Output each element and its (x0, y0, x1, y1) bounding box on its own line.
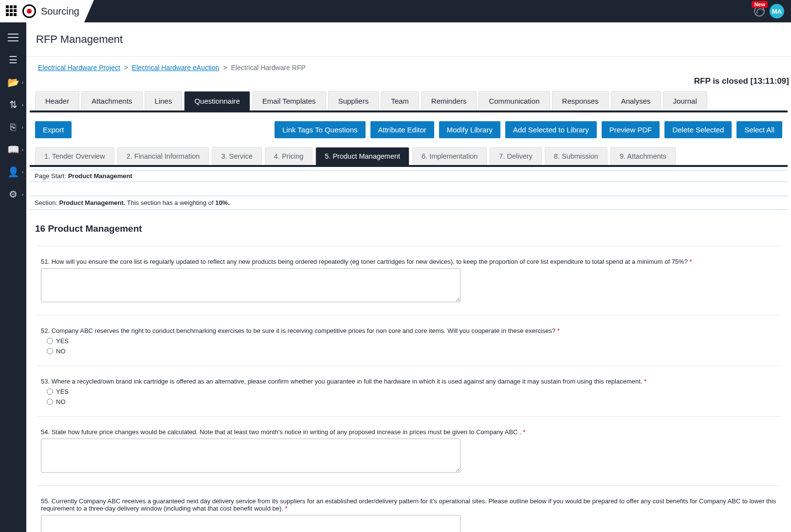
radio-input[interactable] (47, 388, 53, 395)
link-tags-button[interactable]: Link Tags To Questions (275, 121, 366, 138)
subtab-3-service[interactable]: 3. Service (212, 147, 261, 165)
subtab-2-financial-information[interactable]: 2. Financial Information (117, 147, 209, 165)
folder-icon[interactable]: 📂› (0, 71, 26, 93)
question-text: 52. Company ABC reserves the right to co… (41, 327, 776, 334)
question-text: 53. Where a recycled/own brand ink cartr… (41, 378, 776, 385)
brand-logo-icon (22, 4, 36, 18)
hamburger-icon[interactable] (0, 26, 26, 49)
required-mark: * (523, 428, 525, 436)
tab-analyses[interactable]: Analyses (611, 91, 661, 110)
radio-input[interactable] (47, 338, 53, 344)
subtab-8-submission[interactable]: 8. Submission (545, 147, 607, 165)
new-badge: New (752, 1, 768, 8)
page-title: RFP Management (26, 22, 791, 57)
avatar[interactable]: MA (770, 4, 784, 18)
action-bar: Export Link Tags To Questions Attribute … (26, 112, 791, 147)
breadcrumb-current: Electrical Hardware RFP (231, 64, 306, 72)
page-start-bar: Page Start: Product Management (30, 170, 788, 182)
questions-container: 51. How will you ensure the core list is… (26, 246, 791, 532)
tab-journal[interactable]: Journal (663, 91, 707, 110)
breadcrumb-link-eauction[interactable]: Electrical Hardware eAuction (132, 64, 220, 72)
radio-option-no[interactable]: NO (47, 398, 776, 405)
radio-option-yes[interactable]: YES (47, 337, 776, 345)
answer-textarea[interactable] (41, 515, 460, 532)
app-name: Sourcing (41, 6, 79, 17)
tab-responses[interactable]: Responses (552, 91, 609, 110)
question-51: 51. How will you ensure the core list is… (37, 246, 780, 310)
book-icon[interactable]: 📖› (0, 138, 26, 161)
attribute-editor-button[interactable]: Attribute Editor (370, 121, 434, 138)
select-all-button[interactable]: Select All (736, 121, 782, 138)
radio-input[interactable] (47, 399, 53, 405)
sub-tabs: 1. Tender Overview2. Financial Informati… (26, 147, 791, 165)
export-square-icon[interactable]: ⎘› (0, 116, 26, 138)
question-53: 53. Where a recycled/own brand ink cartr… (37, 366, 780, 411)
tab-reminders[interactable]: Reminders (421, 91, 477, 110)
tab-team[interactable]: Team (381, 91, 419, 110)
tab-questionnaire[interactable]: Questionnaire (184, 91, 250, 110)
delete-selected-button[interactable]: Delete Selected (664, 121, 732, 138)
subtab-9-attachments[interactable]: 9. Attachments (610, 147, 676, 165)
question-text: 54. State how future price changes would… (41, 428, 776, 436)
tab-communication[interactable]: Communication (478, 91, 550, 110)
tab-lines[interactable]: Lines (145, 91, 183, 110)
list-icon[interactable]: ☰ (0, 49, 26, 71)
question-55: 55. Currently Company ABC receives a gua… (37, 485, 780, 532)
export-button[interactable]: Export (35, 121, 72, 138)
section-title: 16 Product Management (26, 210, 791, 241)
answer-textarea[interactable] (41, 268, 460, 302)
required-mark: * (644, 378, 646, 385)
radio-input[interactable] (47, 348, 53, 354)
required-mark: * (690, 258, 692, 265)
gear-icon[interactable]: ⚙› (0, 183, 26, 205)
subtab-1-tender-overview[interactable]: 1. Tender Overview (35, 147, 114, 165)
tab-attachments[interactable]: Attachments (81, 91, 142, 110)
tab-email-templates[interactable]: Email Templates (252, 91, 326, 110)
preview-pdf-button[interactable]: Preview PDF (602, 121, 660, 138)
subtab-6-implementation[interactable]: 6. Implementation (412, 147, 487, 165)
tab-suppliers[interactable]: Suppliers (328, 91, 379, 110)
rfp-status: RFP is closed [13:11:09] (26, 74, 791, 91)
question-text: 51. How will you ensure the core list is… (41, 258, 776, 265)
question-52: 52. Company ABC reserves the right to co… (37, 315, 780, 361)
required-mark: * (285, 505, 288, 512)
answer-textarea[interactable] (41, 439, 460, 473)
subtab-5-product-management[interactable]: 5. Product Management (315, 147, 409, 165)
radio-option-yes[interactable]: YES (47, 388, 776, 395)
question-text: 55. Currently Company ABC receives a gua… (41, 497, 776, 512)
add-selected-library-button[interactable]: Add Selected to Library (505, 121, 597, 138)
subtab-7-delivery[interactable]: 7. Delivery (490, 147, 542, 165)
user-icon[interactable]: 👤› (0, 161, 26, 183)
content-area: RFP Management Electrical Hardware Proje… (26, 22, 791, 532)
breadcrumb: Electrical Hardware Project > Electrical… (26, 57, 791, 74)
subtab-4-pricing[interactable]: 4. Pricing (265, 147, 313, 165)
section-bar: Section: Product Management. This sectio… (30, 196, 788, 210)
question-54: 54. State how future price changes would… (37, 416, 780, 480)
apps-grid-icon[interactable] (6, 5, 18, 17)
top-bar-right: New MA (754, 4, 784, 18)
required-mark: * (557, 327, 560, 334)
main-tabs: HeaderAttachmentsLinesQuestionnaireEmail… (26, 91, 791, 110)
breadcrumb-link-project[interactable]: Electrical Hardware Project (38, 64, 120, 72)
transfer-icon[interactable]: ⇅› (0, 93, 26, 116)
modify-library-button[interactable]: Modify Library (439, 121, 500, 138)
radio-option-no[interactable]: NO (47, 348, 776, 355)
notifications-button[interactable]: New (754, 6, 765, 17)
top-bar: Sourcing New MA (0, 0, 791, 22)
tab-header[interactable]: Header (35, 91, 79, 110)
left-sidebar: ☰ 📂› ⇅› ⎘› 📖› 👤› ⚙› (0, 22, 26, 532)
top-bar-left: Sourcing (0, 0, 94, 22)
